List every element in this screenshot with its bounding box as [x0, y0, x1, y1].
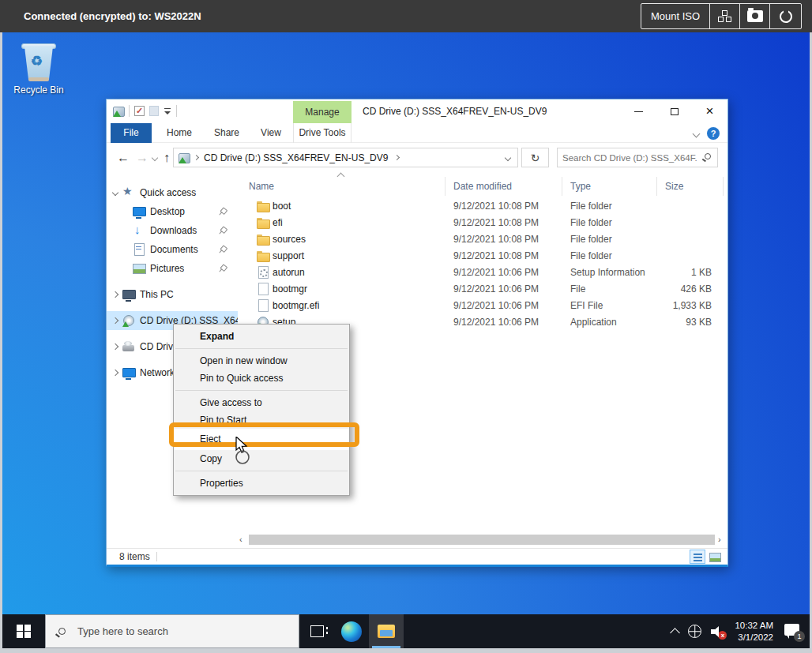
breadcrumb-chevron-icon[interactable] — [194, 155, 199, 160]
address-dropdown-icon[interactable] — [505, 155, 511, 161]
file-explorer-button[interactable] — [369, 614, 404, 648]
taskbar-search-placeholder: Type here to search — [77, 625, 168, 637]
setup-information-icon — [257, 266, 269, 279]
search-icon — [705, 153, 711, 159]
column-header-date-modified[interactable]: Date modified — [445, 177, 562, 196]
details-view-button[interactable] — [690, 550, 705, 564]
pin-icon — [217, 225, 228, 236]
volume-muted-icon[interactable]: x — [711, 625, 727, 638]
screenshot-button[interactable] — [739, 4, 769, 28]
column-header-size[interactable]: Size — [657, 177, 724, 196]
scrollbar-thumb[interactable] — [249, 535, 715, 545]
new-folder-quick-icon[interactable] — [149, 106, 159, 116]
sidebar-item-documents[interactable]: Documents — [107, 240, 238, 259]
documents-icon — [133, 243, 145, 256]
console-body: ♻ Recycle Bin ✓ Manage CD Drive — [0, 32, 812, 653]
forward-button[interactable]: → — [136, 143, 148, 172]
breadcrumb-path[interactable]: CD Drive (D:) SSS_X64FREV_EN-US_DV9 — [204, 152, 388, 163]
table-row[interactable]: boot 9/12/2021 10:08 PM File folder — [238, 198, 726, 215]
column-headers: Name Date modified Type Size — [238, 177, 726, 196]
menu-item-give-access-to[interactable]: Give access to — [174, 394, 349, 411]
pin-icon — [217, 244, 228, 255]
tab-drive-tools[interactable]: Drive Tools — [293, 123, 351, 143]
ctrl-alt-del-button[interactable] — [709, 4, 739, 28]
mount-iso-button[interactable]: Mount ISO — [641, 4, 709, 28]
search-box[interactable] — [557, 148, 718, 167]
properties-quick-icon[interactable]: ✓ — [134, 106, 145, 116]
table-row[interactable]: bootmgr 9/12/2021 10:06 PM File 426 KB — [238, 281, 726, 298]
sidebar-item-desktop[interactable]: Desktop — [107, 202, 238, 221]
notification-count-badge: 1 — [794, 631, 805, 642]
show-hidden-icons-chevron[interactable] — [671, 628, 681, 638]
drive-icon — [178, 152, 190, 163]
window-titlebar[interactable]: ✓ Manage CD Drive (D:) SSS_X64FREV_EN-US… — [107, 99, 727, 123]
address-bar[interactable]: CD Drive (D:) SSS_X64FREV_EN-US_DV9 — [173, 148, 518, 167]
menu-item-pin-to-start[interactable]: Pin to Start — [174, 411, 349, 429]
console-header: Connected (encrypted) to: WS2022N Mount … — [0, 0, 812, 32]
context-menu: Expand Open in new window Pin to Quick a… — [173, 324, 350, 496]
tab-file[interactable]: File — [111, 123, 152, 143]
large-icons-view-button[interactable] — [707, 550, 723, 564]
help-icon[interactable]: ? — [707, 127, 720, 140]
breadcrumb-chevron-icon[interactable] — [394, 155, 400, 160]
menu-item-open-in-new-window[interactable]: Open in new window — [174, 352, 349, 370]
task-view-icon — [310, 625, 324, 637]
desktop-icon — [133, 205, 145, 218]
column-header-type[interactable]: Type — [562, 177, 657, 196]
clock-date: 3/1/2022 — [735, 632, 773, 644]
customize-toolbar-icon[interactable] — [164, 107, 171, 115]
edge-button[interactable] — [334, 614, 369, 648]
navigation-toolbar: ← → ↑ CD Drive (D:) SSS_X64FREV_EN-US_DV… — [107, 143, 727, 172]
up-button[interactable]: ↑ — [164, 143, 170, 172]
table-row[interactable]: bootmgr.efi 9/12/2021 10:06 PM EFI File … — [238, 298, 726, 314]
menu-item-properties[interactable]: Properties — [174, 475, 349, 492]
sidebar-item-downloads[interactable]: Downloads — [107, 221, 238, 240]
table-row[interactable]: efi 9/12/2021 10:08 PM File folder — [238, 215, 726, 231]
scroll-left-icon[interactable]: ‹ — [239, 536, 246, 542]
scroll-right-icon[interactable]: › — [718, 536, 724, 542]
menu-item-expand[interactable]: Expand — [174, 328, 349, 345]
search-input[interactable] — [562, 148, 697, 167]
taskbar-clock[interactable]: 10:32 AM 3/1/2022 — [735, 620, 773, 644]
menu-item-pin-to-quick-access[interactable]: Pin to Quick access — [174, 370, 349, 387]
start-button[interactable] — [2, 614, 45, 648]
sidebar-item-quick-access[interactable]: Quick access — [107, 183, 238, 202]
tab-view[interactable]: View — [250, 123, 291, 143]
back-button[interactable]: ← — [117, 143, 130, 172]
table-row[interactable]: sources 9/12/2021 10:08 PM File folder — [238, 231, 726, 248]
recent-locations-icon[interactable] — [152, 155, 158, 161]
tab-share[interactable]: Share — [203, 123, 250, 143]
sidebar-item-this-pc[interactable]: This PC — [107, 285, 238, 304]
windows-logo-icon — [17, 625, 31, 639]
search-icon — [58, 628, 66, 635]
network-globe-icon[interactable] — [688, 625, 701, 638]
horizontal-scrollbar[interactable]: ‹ › — [238, 534, 726, 546]
table-row[interactable]: support 9/12/2021 10:08 PM File folder — [238, 248, 726, 265]
power-button[interactable] — [769, 4, 801, 28]
taskbar-search[interactable]: Type here to search — [45, 614, 299, 648]
dvd-drive-icon — [122, 340, 135, 353]
refresh-button[interactable]: ↻ — [521, 148, 549, 167]
pictures-icon — [133, 262, 145, 275]
clock-time: 10:32 AM — [735, 620, 773, 632]
maximize-button[interactable] — [656, 99, 692, 123]
menu-item-eject[interactable]: Eject — [174, 429, 349, 450]
task-view-button[interactable] — [299, 614, 334, 648]
minimize-button[interactable] — [621, 99, 656, 123]
table-row[interactable]: autorun 9/12/2021 10:06 PM Setup Informa… — [238, 265, 726, 281]
recycle-bin-shortcut[interactable]: ♻ Recycle Bin — [9, 40, 69, 96]
tab-home[interactable]: Home — [156, 123, 203, 143]
pin-icon — [217, 263, 228, 274]
ctrl-alt-del-icon — [718, 10, 732, 23]
column-header-name[interactable]: Name — [242, 177, 445, 196]
desktop: ♻ Recycle Bin ✓ Manage CD Drive — [2, 32, 810, 648]
sidebar-item-pictures[interactable]: Pictures — [107, 259, 238, 278]
expand-ribbon-icon[interactable] — [693, 130, 701, 138]
file-icon — [257, 283, 269, 295]
action-center-icon[interactable]: 1 — [783, 624, 802, 640]
close-button[interactable]: × — [692, 99, 727, 123]
folder-icon — [257, 233, 269, 246]
menu-item-copy[interactable]: Copy — [174, 450, 349, 467]
camera-icon — [747, 10, 763, 22]
manage-contextual-tab[interactable]: Manage — [293, 101, 351, 123]
